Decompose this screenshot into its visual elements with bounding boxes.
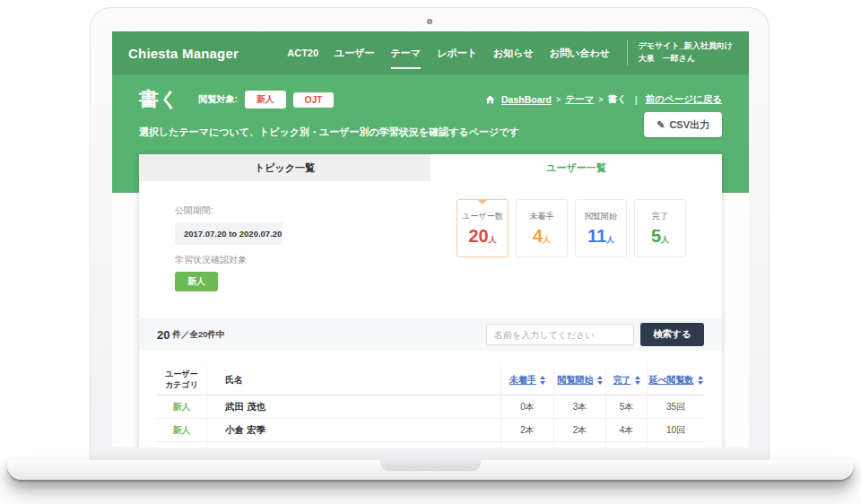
page-title: 書く (139, 86, 179, 113)
nav-item-reports[interactable]: レポート (429, 31, 485, 74)
table-row[interactable]: 新人 武田 茂也 0本 3本 5本 35回 (157, 395, 704, 419)
header-total-views: 延べ閲覧数 (647, 365, 704, 395)
stat-card-user-count[interactable]: ユーザー数 20人 (457, 199, 509, 257)
header-name: 氏名 (206, 365, 500, 395)
header-completed: 完了 (605, 365, 647, 395)
table-toolbar: 20 件／全20件中 検索する (139, 318, 722, 351)
target-label: 学習状況確認対象 (175, 254, 283, 266)
nav-item-themes[interactable]: テーマ (383, 31, 430, 74)
breadcrumb: DashBoard > テーマ > 書く | 前のページに戻る (485, 93, 722, 106)
selected-caret-icon (478, 200, 487, 204)
filters-and-stats-row: 公開期間: 2017.07.20 to 2020.07.20 学習状況確認対象 … (139, 181, 722, 291)
stage: Chiesta Manager ACT20 ユーザー テーマ レポート お知らせ… (0, 0, 861, 504)
stat-card-completed[interactable]: 完了 5人 (634, 199, 686, 257)
stat-label: ユーザー数 (462, 211, 502, 222)
nav-item-news[interactable]: お知らせ (485, 31, 542, 74)
cell-category: 新人 (157, 424, 206, 437)
sort-arrows-icon[interactable] (698, 376, 703, 385)
nav-item-act20[interactable]: ACT20 (279, 31, 326, 74)
page-description: 選択したテーマについて、トピック別・ユーザー別の学習状況を確認するページです (139, 126, 722, 139)
content-card: トピック一覧 ユーザー一覧 公開期間: 2017.07.20 to 2020.0… (139, 154, 722, 448)
home-icon (485, 95, 495, 104)
top-navbar: Chiesta Manager ACT20 ユーザー テーマ レポート お知らせ… (112, 31, 749, 74)
search-button[interactable]: 検索する (640, 323, 704, 346)
cell-total-views: 18回 (647, 442, 704, 448)
sort-link-not-started[interactable]: 未着手 (509, 374, 536, 387)
nav-item-contact[interactable]: お問い合わせ (542, 31, 618, 74)
webcam-dot (427, 19, 432, 24)
cell-completed: 8本 (605, 442, 647, 448)
audience-badge-ojt[interactable]: OJT (293, 92, 334, 108)
brand-logo[interactable]: Chiesta Manager (128, 46, 239, 61)
breadcrumb-current-page: 書く (608, 93, 627, 106)
date-range-field[interactable]: 2017.07.20 to 2020.07.20 (175, 222, 283, 245)
hero-title-row: 書く 閲覧対象: 新人 OJT DashBoard > テーマ > 書く | (139, 74, 722, 113)
header-user-category: ユーザー カテゴリ (157, 369, 206, 390)
stat-label: 閲覧開始 (585, 211, 617, 222)
stat-card-not-started[interactable]: 未着手 4人 (516, 199, 568, 257)
breadcrumb-dashboard-link[interactable]: DashBoard (501, 94, 552, 105)
nav-menu: ACT20 ユーザー テーマ レポート お知らせ お問い合わせ (279, 31, 617, 74)
filters-panel: 公開期間: 2017.07.20 to 2020.07.20 学習状況確認対象 … (175, 204, 283, 291)
period-label: 公開期間: (175, 204, 283, 217)
cell-total-views: 10回 (647, 419, 704, 441)
tab-bar: トピック一覧 ユーザー一覧 (139, 154, 722, 181)
breadcrumb-separator: > (598, 95, 603, 104)
table-header-row: ユーザー カテゴリ 氏名 未着手 閲覧開始 完了 (157, 365, 704, 395)
stat-unit: 人 (489, 235, 497, 244)
audience-label: 閲覧対象: (199, 93, 238, 106)
cell-not-started: 0本 (500, 442, 553, 448)
cell-not-started: 2本 (500, 419, 553, 441)
account-info[interactable]: デモサイト_新入社員向け 大泉 一郎さん (627, 40, 733, 65)
tab-topic-list[interactable]: トピック一覧 (139, 154, 430, 181)
target-badge-newcomer: 新人 (175, 272, 218, 291)
laptop-base-notch (380, 460, 481, 471)
stat-card-started[interactable]: 閲覧開始 11人 (575, 199, 627, 257)
cell-name: 荒木 勝許 (206, 442, 500, 448)
stat-unit: 人 (543, 235, 551, 244)
cell-category: 新人 (157, 401, 206, 413)
cell-started: 2本 (553, 419, 605, 441)
stat-value: 20 (468, 226, 488, 246)
stats-cards: ユーザー数 20人 未着手 4人 閲覧開始 11人 完了 (457, 199, 686, 291)
app-window: Chiesta Manager ACT20 ユーザー テーマ レポート お知らせ… (112, 31, 749, 448)
tab-user-list[interactable]: ユーザー一覧 (430, 154, 722, 181)
cell-not-started: 0本 (500, 395, 553, 418)
cell-name: 武田 茂也 (206, 395, 500, 418)
sort-link-completed[interactable]: 完了 (613, 374, 631, 387)
stat-unit: 人 (661, 235, 669, 244)
account-site-name: デモサイト_新入社員向け (639, 40, 733, 53)
audience-badge-newcomer[interactable]: 新人 (245, 91, 286, 109)
cell-completed: 5本 (605, 395, 647, 418)
header-not-started: 未着手 (500, 365, 553, 395)
header-started: 閲覧開始 (553, 365, 605, 395)
account-user-name: 大泉 一郎さん (639, 53, 733, 65)
stat-label: 未着手 (530, 211, 554, 222)
stat-unit: 人 (606, 235, 614, 244)
table-row[interactable]: 新人 荒木 勝許 0本 0本 8本 18回 (157, 442, 704, 448)
cell-completed: 4本 (605, 419, 647, 441)
laptop-screen-bezel: Chiesta Manager ACT20 ユーザー テーマ レポート お知らせ… (90, 7, 770, 460)
sort-arrows-icon[interactable] (635, 376, 640, 385)
breadcrumb-separator: > (556, 95, 561, 104)
nav-item-users[interactable]: ユーザー (326, 31, 383, 74)
csv-export-label: CSV出力 (669, 118, 709, 132)
breadcrumb-theme-link[interactable]: テーマ (565, 93, 594, 106)
pencil-icon: ✎ (657, 119, 665, 131)
cell-name: 小倉 宏季 (206, 419, 500, 441)
search-input[interactable] (486, 324, 634, 345)
csv-export-button[interactable]: ✎ CSV出力 (644, 112, 722, 137)
stat-value: 5 (651, 226, 661, 246)
stat-value: 4 (533, 226, 543, 246)
sort-arrows-icon[interactable] (597, 376, 603, 385)
cell-started: 3本 (553, 395, 605, 418)
sort-arrows-icon[interactable] (540, 376, 545, 385)
result-count-value: 20 (157, 328, 170, 342)
user-table: ユーザー カテゴリ 氏名 未着手 閲覧開始 完了 (139, 351, 722, 448)
sort-link-started[interactable]: 閲覧開始 (558, 374, 594, 387)
breadcrumb-divider: | (635, 94, 638, 105)
table-row[interactable]: 新人 小倉 宏季 2本 2本 4本 10回 (157, 419, 704, 442)
sort-link-total-views[interactable]: 延べ閲覧数 (648, 374, 693, 387)
stat-label: 完了 (652, 211, 668, 222)
back-to-previous-link[interactable]: 前のページに戻る (646, 93, 722, 106)
